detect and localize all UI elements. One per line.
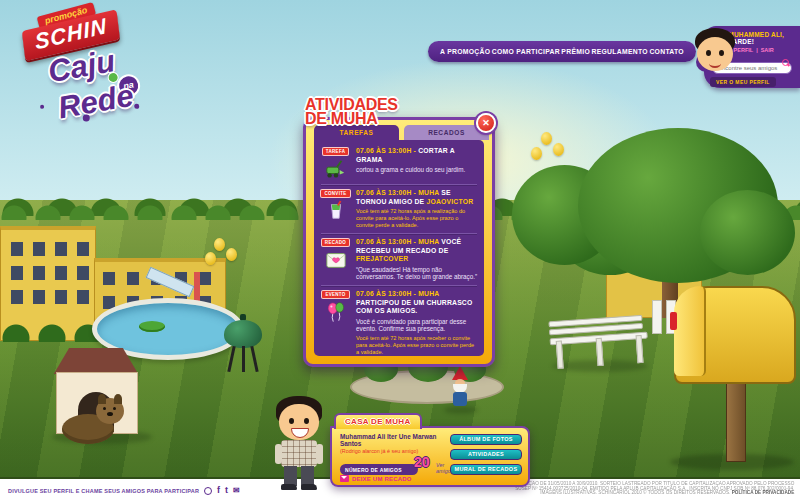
- nav-item-premio[interactable]: PRÊMIO: [561, 48, 590, 55]
- activities-button[interactable]: ATIVIDADES: [450, 449, 522, 460]
- balloon-decoration: [541, 132, 552, 145]
- activity-type-badge: TAREFA: [322, 147, 349, 156]
- legal-text: PARTICIPAÇÃO DE 31/05/2010 A 30/9/2010. …: [504, 481, 794, 495]
- activity-item: RECADO07.06 ÀS 13:00H - MUHA VOCÊ RECEBE…: [321, 234, 477, 286]
- lawnmower-icon: [325, 158, 347, 180]
- activity-item: CONVITE07.06 ÀS 13:00H - MUHA SE TORNOU …: [321, 185, 477, 234]
- friends-count: 20: [414, 454, 430, 470]
- user-avatar[interactable]: [692, 28, 738, 82]
- activity-note: Você tem até 72 horas após receber o con…: [356, 335, 477, 356]
- logout-link[interactable]: SAIR: [761, 47, 774, 53]
- modal-title: ATIVIDADES DE MUHA: [305, 98, 398, 126]
- tree-foliage: [700, 190, 795, 275]
- activity-list: TAREFA07.06 ÀS 13:00H - CORTAR A GRAMAco…: [321, 143, 477, 356]
- owner-name: Muhammad Ali Iter Une Marwan Santos: [340, 433, 452, 447]
- orkut-icon[interactable]: [204, 487, 212, 495]
- balloon-decoration: [214, 238, 225, 251]
- nav-item-como-participar[interactable]: COMO PARTICIPAR: [492, 48, 560, 55]
- barbecue-grill-illustration: [220, 312, 266, 378]
- balloon-decoration: [205, 252, 216, 265]
- nav-item-contato[interactable]: CONTATO: [649, 48, 684, 55]
- nav-item-promocao[interactable]: A PROMOÇÃO: [440, 48, 490, 55]
- activity-type-badge: RECADO: [321, 238, 350, 247]
- balloon-decoration: [226, 248, 237, 261]
- friends-row: NÚMERO DE AMIGOS 20 Ver amigos: [340, 458, 452, 471]
- garden-gnome-illustration: [448, 366, 472, 412]
- legal-line: IMAGENS ILUSTRATIVAS. SCHINCARIOL 2010 ©…: [504, 490, 794, 495]
- nav-item-regulamento[interactable]: REGULAMENTO: [591, 48, 647, 55]
- house-panel: CASA DE MUHA Muhammad Ali Iter Une Marwa…: [330, 413, 532, 491]
- bench-illustration: [548, 315, 647, 372]
- activity-title: 07.06 ÀS 13:00H - MUHA VOCÊ RECEBEU UM R…: [356, 238, 477, 264]
- photo-album-button[interactable]: ÁLBUM DE FOTOS: [450, 434, 522, 445]
- share-text: DIVULGUE SEU PERFIL E CHAME SEUS AMIGOS …: [8, 488, 199, 494]
- message-wall-button[interactable]: MURAL DE RECADOS: [450, 464, 522, 475]
- mailbox-illustration: [670, 286, 800, 476]
- avatar-plaid-shirt: [281, 440, 317, 467]
- activity-description: cortou a grama e cuidou do seu jardim.: [356, 166, 477, 174]
- facebook-icon[interactable]: f: [217, 486, 220, 495]
- activity-description: Você é convidado para participar desse e…: [356, 318, 477, 334]
- dog-illustration: [62, 398, 128, 448]
- promo-logo[interactable]: promoção SCHIN Caju na Rede: [11, 2, 177, 128]
- activity-title: 07.06 ÀS 13:00H - MUHA SE TORNOU AMIGO D…: [356, 189, 477, 206]
- pool-float: [139, 321, 165, 332]
- balloon-decoration: [553, 143, 564, 156]
- envelope-icon: [340, 475, 349, 482]
- activity-type-badge: EVENTO: [321, 290, 349, 299]
- twitter-icon[interactable]: t: [225, 486, 228, 495]
- activity-title: 07.06 ÀS 13:00H - MUHA PARTICIPOU DE UM …: [356, 290, 477, 316]
- search-icon[interactable]: [782, 59, 789, 66]
- footer-share: DIVULGUE SEU PERFIL E CHAME SEUS AMIGOS …: [8, 486, 240, 495]
- activity-type-badge: CONVITE: [320, 189, 350, 198]
- page: promoção SCHIN Caju na Rede A PROMOÇÃO C…: [0, 0, 800, 500]
- leave-message-link[interactable]: DEIXE UM RECADO: [340, 475, 452, 482]
- modal-card: TAREFAS RECADOS TAREFA07.06 ÀS 13:00H - …: [303, 117, 495, 367]
- activity-panel: TAREFA07.06 ÀS 13:00H - CORTAR A GRAMAco…: [314, 140, 484, 356]
- modal-tabs: TAREFAS RECADOS: [314, 125, 489, 140]
- balloons-icon: [325, 301, 347, 323]
- user-panel: OLÁ MUHAMMED ALI, BOA TARDE! EDITAR PERF…: [698, 26, 800, 92]
- links-divider: |: [756, 47, 758, 53]
- activity-note: Você tem até 72 horas após a realização …: [356, 208, 477, 229]
- email-icon[interactable]: ✉: [233, 486, 240, 495]
- activities-modal: ATIVIDADES DE MUHA ✕ TAREFAS RECADOS TAR…: [303, 100, 503, 370]
- activity-description: “Que saudades! Há tempo não conversamos.…: [356, 266, 477, 282]
- drink-cup-icon: [325, 200, 347, 222]
- house-owner-avatar[interactable]: [264, 396, 334, 492]
- friends-count-badge: NÚMERO DE AMIGOS: [340, 464, 418, 475]
- balloon-decoration: [531, 147, 542, 160]
- privacy-policy-link[interactable]: POLÍTICA DE PRIVACIDADE: [731, 490, 794, 495]
- friend-note: (Rodrigo alarcon já é seu amigo): [340, 448, 452, 454]
- house-panel-card: Muhammad Ali Iter Une Marwan Santos (Rod…: [330, 426, 530, 487]
- close-icon[interactable]: ✕: [476, 113, 496, 133]
- activity-title: 07.06 ÀS 13:00H - CORTAR A GRAMA: [356, 147, 477, 164]
- activity-item: TAREFA07.06 ÀS 13:00H - CORTAR A GRAMAco…: [321, 143, 477, 185]
- house-panel-buttons: ÁLBUM DE FOTOS ATIVIDADES MURAL DE RECAD…: [450, 434, 522, 479]
- envelope-heart-icon: [325, 249, 347, 271]
- activity-item: EVENTO07.06 ÀS 13:00H - MUHA PARTICIPOU …: [321, 286, 477, 356]
- main-nav: A PROMOÇÃO COMO PARTICIPAR PRÊMIO REGULA…: [428, 41, 696, 62]
- house-panel-title: CASA DE MUHA: [334, 413, 422, 429]
- tab-tarefas[interactable]: TAREFAS: [314, 125, 399, 140]
